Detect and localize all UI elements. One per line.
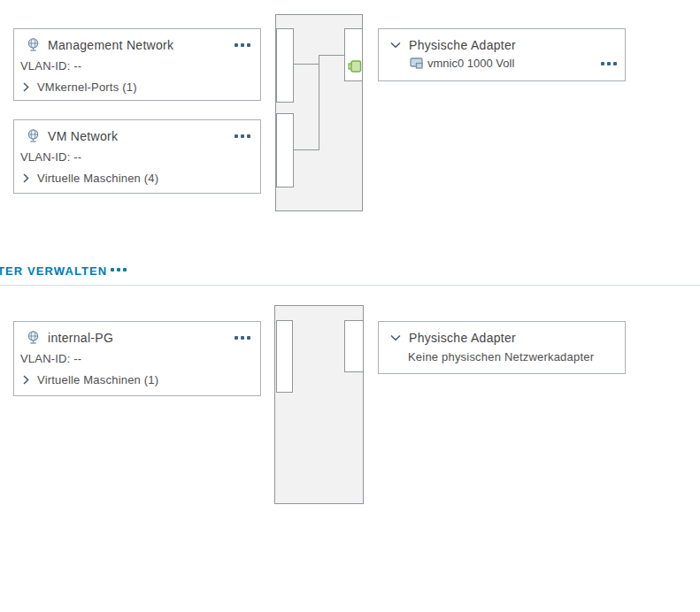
physical-nic-connected-icon — [348, 59, 362, 73]
connector-line-uplink — [319, 55, 345, 56]
connector-line-vm-network — [293, 149, 319, 150]
switch-port-internal-pg — [276, 320, 293, 393]
vlan-id-label: VLAN-ID: -- — [20, 352, 260, 365]
portgroup-detail-label: VMkernel-Ports (1) — [37, 80, 137, 94]
physical-adapters-title: Physische Adapter — [409, 331, 516, 345]
portgroup-expander-virtual-machines[interactable]: Virtuelle Maschinen (1) — [23, 373, 260, 386]
physical-adapters-title: Physische Adapter — [409, 38, 516, 52]
manage-adapters-link[interactable]: TER VERWALTEN — [0, 264, 107, 278]
portgroup-title: internal-PG — [48, 331, 113, 345]
connector-trunk-line — [319, 55, 319, 150]
portgroup-header: VM Network — [14, 120, 260, 143]
portgroup-card-vm-network: VM Network VLAN-ID: -- Virtuelle Maschin… — [13, 119, 261, 194]
portgroup-card-internal-pg: internal-PG VLAN-ID: -- Virtuelle Maschi… — [13, 321, 261, 396]
chevron-down-icon — [390, 334, 401, 341]
portgroup-actions-menu[interactable] — [233, 333, 252, 342]
portgroup-card-management-network: Management Network VLAN-ID: -- VMkernel-… — [13, 28, 261, 101]
portgroup-actions-menu[interactable] — [233, 132, 252, 141]
portgroup-detail-label: Virtuelle Maschinen (4) — [37, 172, 158, 185]
physical-adapters-header[interactable]: Physische Adapter — [379, 322, 625, 345]
adapter-name-label: vmnic0 1000 Voll — [427, 57, 514, 70]
portgroup-header: internal-PG — [14, 322, 260, 345]
switch-port-management — [276, 28, 294, 103]
switch-uplink-port-empty — [344, 320, 364, 372]
connector-line-management — [293, 64, 319, 65]
portgroup-title: Management Network — [48, 38, 173, 52]
chevron-right-icon — [23, 82, 29, 92]
chevron-right-icon — [23, 173, 29, 183]
section-divider — [0, 285, 700, 286]
vlan-id-label: VLAN-ID: -- — [20, 150, 260, 164]
physical-adapters-header[interactable]: Physische Adapter — [379, 29, 625, 52]
chevron-down-icon — [390, 42, 401, 49]
portgroup-globe-icon — [26, 128, 41, 143]
portgroup-detail-label: Virtuelle Maschinen (1) — [37, 373, 158, 386]
switch-port-vm-network — [276, 113, 294, 187]
portgroup-globe-icon — [26, 37, 41, 52]
physical-adapter-row: vmnic0 1000 Voll — [379, 57, 625, 70]
portgroup-header: Management Network — [14, 29, 260, 52]
portgroup-expander-vmkernel-ports[interactable]: VMkernel-Ports (1) — [23, 80, 260, 94]
portgroup-expander-virtual-machines[interactable]: Virtuelle Maschinen (4) — [23, 172, 260, 185]
portgroup-actions-menu[interactable] — [233, 41, 252, 50]
physical-adapters-card-top: Physische Adapter vmnic0 1000 Voll — [378, 28, 626, 81]
vlan-id-label: VLAN-ID: -- — [20, 59, 260, 73]
nic-card-icon — [410, 57, 424, 69]
physical-adapters-card-bottom: Physische Adapter Keine physischen Netzw… — [378, 321, 626, 374]
portgroup-globe-icon — [26, 330, 41, 345]
vswitch-topology-view: Management Network VLAN-ID: -- VMkernel-… — [0, 0, 700, 612]
chevron-right-icon — [23, 375, 29, 385]
adapter-actions-menu[interactable] — [599, 59, 619, 68]
switch-uplink-port — [344, 28, 363, 81]
no-adapters-message: Keine physischen Netzwerkadapter — [379, 350, 625, 363]
manage-bar-actions-menu[interactable] — [109, 265, 128, 274]
portgroup-title: VM Network — [48, 129, 118, 143]
